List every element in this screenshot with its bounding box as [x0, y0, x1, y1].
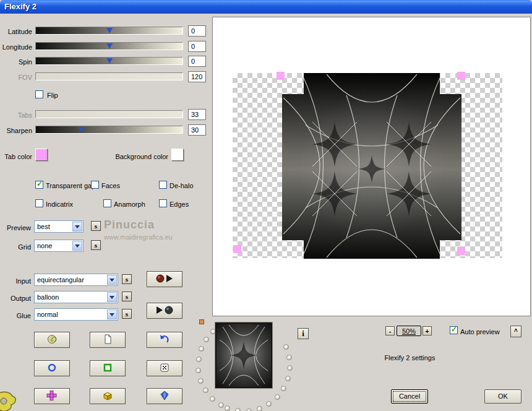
- transparent-gaps-checkbox[interactable]: ✓: [35, 181, 43, 189]
- ok-button[interactable]: OK: [484, 389, 521, 404]
- ring-dot: [218, 402, 224, 408]
- ring-dot: [235, 408, 241, 411]
- output-select-value: balloon: [37, 293, 59, 301]
- plus-icon: +: [425, 327, 429, 335]
- blue-gem-icon: [158, 391, 171, 402]
- input-settings-button[interactable]: s: [122, 274, 132, 284]
- anamorph-label: Anamorph: [114, 200, 145, 209]
- ring-dot: [283, 344, 289, 350]
- glue-select[interactable]: normal: [34, 308, 118, 321]
- grid-settings-button[interactable]: s: [91, 240, 101, 250]
- latitude-value[interactable]: 0: [188, 25, 206, 37]
- spin-label: Spin: [0, 58, 32, 66]
- paint-splotch-decoration: [0, 389, 20, 411]
- orange-chip-decoration: [199, 319, 204, 324]
- latitude-slider-thumb[interactable]: [106, 28, 113, 33]
- window-title: Flexify 2: [4, 2, 36, 11]
- brick-tool-button[interactable]: [90, 388, 126, 404]
- longitude-label: Longitude: [0, 43, 32, 51]
- check-icon: ✓: [36, 180, 43, 188]
- ring-tool-button[interactable]: [34, 360, 70, 376]
- ring-dot: [225, 405, 230, 411]
- longitude-slider[interactable]: [35, 42, 183, 50]
- ring-dot: [204, 337, 209, 342]
- cancel-button[interactable]: Cancel: [391, 389, 428, 404]
- undo-icon: [158, 334, 171, 345]
- flip-checkbox[interactable]: [35, 90, 43, 98]
- preview-label: Preview: [0, 223, 31, 232]
- background-color-label: Background color: [96, 152, 168, 161]
- background-color-swatch[interactable]: [171, 149, 184, 161]
- input-select[interactable]: equirectangular: [34, 274, 118, 286]
- latitude-slider[interactable]: [35, 27, 183, 35]
- sharpen-slider[interactable]: [35, 126, 183, 134]
- chevron-down-icon[interactable]: [107, 292, 117, 302]
- sphere-play-icon: [155, 274, 174, 285]
- chevron-down-icon[interactable]: [107, 309, 117, 319]
- glue-settings-button[interactable]: s: [122, 309, 132, 319]
- tab-color-corner: [457, 72, 465, 80]
- tab-color-corner: [277, 72, 285, 80]
- collapse-button[interactable]: ^: [510, 326, 521, 337]
- output-settings-button[interactable]: s: [122, 292, 132, 301]
- titlebar[interactable]: Flexify 2: [0, 0, 532, 14]
- longitude-slider-thumb[interactable]: [106, 43, 113, 49]
- anamorph-checkbox[interactable]: [103, 199, 111, 207]
- ring-dot: [285, 376, 291, 381]
- watermark-name: Pinuccia: [104, 218, 155, 231]
- fov-value[interactable]: 120: [188, 71, 206, 82]
- cross-tool-button[interactable]: [34, 388, 70, 404]
- tabs-value[interactable]: 33: [188, 109, 206, 120]
- spin-value[interactable]: 0: [188, 56, 206, 67]
- indicatrix-checkbox[interactable]: [35, 199, 43, 207]
- output-select[interactable]: balloon: [34, 291, 118, 303]
- random-shell-button[interactable]: [34, 332, 70, 348]
- copy-settings-button[interactable]: [90, 332, 126, 348]
- output-label: Output: [0, 294, 31, 303]
- ring-dot: [257, 406, 262, 411]
- zoom-level[interactable]: 50%: [397, 326, 421, 336]
- chevron-down-icon[interactable]: [107, 275, 117, 285]
- preview-image[interactable]: [282, 73, 461, 259]
- ring-dot: [198, 378, 204, 384]
- input-render-button[interactable]: [147, 271, 182, 287]
- sharpen-value[interactable]: 30: [188, 124, 206, 136]
- tab-color-swatch[interactable]: [35, 149, 48, 161]
- ring-dot: [275, 394, 280, 400]
- thumbnail-preview[interactable]: [215, 322, 272, 388]
- ring-dot: [203, 387, 208, 393]
- zoom-in-button[interactable]: +: [423, 326, 432, 335]
- preview-select[interactable]: best: [34, 220, 84, 233]
- ring-dot: [196, 357, 202, 362]
- yellow-brick-icon: [101, 391, 114, 402]
- de-halo-checkbox[interactable]: [159, 181, 167, 189]
- ring-dot: [287, 365, 293, 371]
- longitude-value[interactable]: 0: [188, 41, 206, 52]
- edges-label: Edges: [169, 200, 189, 209]
- tabs-slider: [35, 110, 183, 118]
- spin-slider-thumb[interactable]: [106, 58, 113, 64]
- tab-color-corner: [233, 245, 241, 253]
- shell-icon: [46, 334, 58, 345]
- blue-ring-icon: [46, 363, 58, 374]
- faces-checkbox[interactable]: [91, 181, 99, 189]
- fov-slider: [35, 72, 183, 80]
- ring-dot: [266, 401, 272, 407]
- preview-settings-button[interactable]: s: [91, 221, 101, 231]
- grid-select[interactable]: none: [34, 240, 84, 252]
- auto-preview-checkbox[interactable]: ✓: [450, 326, 458, 334]
- ring-dot: [281, 386, 286, 391]
- de-halo-label: De-halo: [169, 181, 194, 190]
- square-tool-button[interactable]: [90, 360, 126, 376]
- spin-slider[interactable]: [35, 57, 183, 65]
- zoom-out-button[interactable]: -: [385, 326, 395, 335]
- grid-label: Grid: [0, 243, 31, 251]
- ring-dot: [210, 396, 215, 402]
- sharpen-slider-thumb[interactable]: [78, 127, 84, 132]
- watermark-site: www.maidiregrafica.eu: [104, 233, 173, 241]
- minus-icon: -: [389, 327, 392, 335]
- green-square-icon: [101, 363, 114, 374]
- chevron-down-icon[interactable]: [72, 222, 82, 231]
- chevron-down-icon[interactable]: [72, 241, 82, 251]
- edges-checkbox[interactable]: [159, 199, 167, 207]
